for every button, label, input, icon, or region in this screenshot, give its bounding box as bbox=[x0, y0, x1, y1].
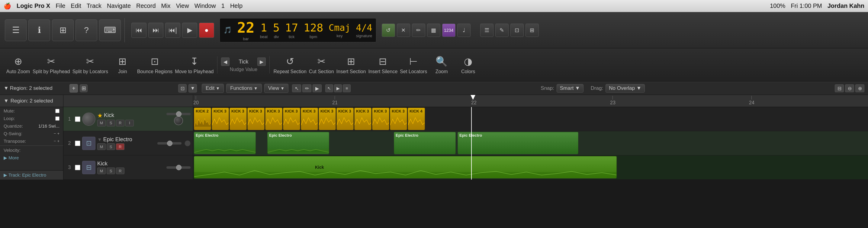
track-2-checkbox[interactable] bbox=[75, 141, 80, 146]
play-button[interactable]: ▶ bbox=[182, 23, 197, 38]
track-1-lane[interactable]: KICK 2 KICK 3 bbox=[193, 107, 868, 131]
track-options-button[interactable]: ▼ bbox=[188, 84, 197, 92]
loop-checkbox[interactable] bbox=[55, 116, 60, 121]
clip[interactable]: KICK 3 bbox=[354, 108, 371, 130]
track-2-fader[interactable] bbox=[157, 142, 182, 145]
clip[interactable]: Epic Electro bbox=[458, 132, 578, 154]
more-button[interactable]: ▶ More bbox=[0, 154, 63, 162]
menu-navigate[interactable]: Navigate bbox=[107, 2, 131, 9]
clip[interactable]: KICK 3 bbox=[390, 108, 407, 130]
bar-display[interactable]: 22 bar bbox=[237, 19, 255, 41]
smartcontrols-button[interactable]: ⊞ bbox=[52, 19, 74, 41]
list-view-button[interactable]: ☰ bbox=[480, 24, 494, 37]
track-3-mute-button[interactable]: M bbox=[97, 168, 106, 174]
browser-button[interactable]: ⊡ bbox=[510, 24, 524, 37]
counter-button[interactable]: 1234 bbox=[442, 24, 456, 37]
auto-zoom-button[interactable]: ⊕ Auto Zoom bbox=[6, 51, 30, 79]
menu-1[interactable]: 1 bbox=[221, 2, 225, 9]
move-playhead-button[interactable]: ↧ Move to Playhead bbox=[175, 51, 214, 79]
clip[interactable]: KICK 3 bbox=[265, 108, 282, 130]
drag-select[interactable]: No Overlap ▼ bbox=[606, 84, 645, 92]
library-button[interactable]: ☰ bbox=[5, 19, 27, 41]
clip[interactable]: KICK 3 bbox=[212, 108, 229, 130]
clip[interactable]: KICK 3 bbox=[247, 108, 265, 130]
menu-file[interactable]: File bbox=[56, 2, 65, 9]
track-1-knob[interactable] bbox=[82, 113, 95, 126]
goto-start-button[interactable]: ⏮| bbox=[165, 23, 180, 38]
midi-btn[interactable]: ▦ bbox=[427, 24, 440, 37]
clip[interactable]: Kick bbox=[194, 156, 617, 178]
app-name[interactable]: Logic Pro X bbox=[17, 2, 50, 9]
track-1-record-arm-button[interactable]: R bbox=[116, 120, 124, 126]
key-display[interactable]: Cmaj key bbox=[329, 22, 350, 38]
bpm-display[interactable]: 128 bpm bbox=[304, 22, 323, 39]
track-3-fader[interactable] bbox=[166, 166, 191, 169]
zoom-button[interactable]: 🔍 Zoom bbox=[430, 51, 454, 79]
track-footer[interactable]: ▶ Track: Epic Electro bbox=[0, 170, 63, 180]
menu-view[interactable]: View bbox=[176, 2, 189, 9]
menu-mix[interactable]: Mix bbox=[161, 2, 170, 9]
clip[interactable]: KICK 3 bbox=[301, 108, 318, 130]
clip[interactable]: KICK 2 bbox=[194, 108, 211, 130]
join-button[interactable]: ⊞ Join bbox=[111, 51, 135, 79]
mute-checkbox[interactable] bbox=[55, 109, 60, 113]
tool1-button[interactable]: ↖ bbox=[325, 84, 333, 92]
scissors-tool-button[interactable]: ▶ bbox=[313, 84, 322, 92]
configure-tracks-button[interactable]: ⊡ bbox=[178, 84, 187, 92]
clip[interactable]: KICK 3 bbox=[336, 108, 354, 130]
menu-edit[interactable]: Edit bbox=[71, 2, 81, 9]
clip[interactable]: KICK 3 bbox=[283, 108, 300, 130]
track-1-pan-knob[interactable] bbox=[174, 116, 183, 125]
signature-display[interactable]: 4/4 signature bbox=[356, 22, 372, 38]
add-folder-button[interactable]: ⊞ bbox=[80, 84, 88, 92]
track-1-input-button[interactable]: I bbox=[125, 120, 134, 126]
metronome-close[interactable]: ✕ bbox=[397, 24, 410, 37]
set-locators-button[interactable]: ⊢ Set Locators bbox=[400, 51, 427, 79]
tick-display[interactable]: 17 tick bbox=[285, 22, 298, 39]
snap-select[interactable]: Smart ▼ bbox=[557, 84, 584, 92]
edit-view-button[interactable]: ✎ bbox=[495, 24, 508, 37]
repeat-section-button[interactable]: ↺ Repeat Section bbox=[273, 51, 306, 79]
clip[interactable]: Epic Electro bbox=[267, 132, 329, 154]
apple-menu[interactable]: 🍎 bbox=[4, 2, 11, 10]
clip[interactable]: Epic Electro bbox=[394, 132, 456, 154]
cycle-button[interactable]: ↺ bbox=[382, 24, 395, 37]
qswing-plus[interactable]: + bbox=[57, 131, 60, 136]
clip[interactable]: KICK 3 bbox=[372, 108, 389, 130]
notation-button[interactable]: ♩ bbox=[457, 24, 470, 37]
clip[interactable]: KICK 4 bbox=[408, 108, 425, 130]
pointer-tool-button[interactable]: ↖ bbox=[292, 84, 301, 92]
track-3-solo-button[interactable]: S bbox=[106, 168, 115, 174]
add-track-button[interactable]: + bbox=[69, 84, 78, 92]
zoom-in-button[interactable]: ⊕ bbox=[855, 84, 864, 92]
div-display[interactable]: 5 div bbox=[273, 22, 280, 39]
clip[interactable]: Epic Electro bbox=[194, 132, 256, 154]
track-1-mute-button[interactable]: M bbox=[97, 120, 106, 126]
menu-track[interactable]: Track bbox=[87, 2, 101, 9]
split-playhead-button[interactable]: ✂ Split by Playhead bbox=[33, 51, 70, 79]
inspector-button[interactable]: ℹ bbox=[28, 19, 50, 41]
track-3-checkbox[interactable] bbox=[75, 165, 80, 170]
quantize-prop[interactable]: Quantize: 1/16 Swi... bbox=[0, 122, 63, 130]
insert-silence-button[interactable]: ⊟ Insert Silence bbox=[368, 51, 398, 79]
help-button[interactable]: ? bbox=[75, 19, 97, 41]
track-3-record-arm-button[interactable]: R bbox=[116, 168, 124, 174]
track-2-mute-button[interactable]: M bbox=[97, 143, 106, 150]
colors-button[interactable]: ◑ Colors bbox=[456, 51, 480, 79]
menu-record[interactable]: Record bbox=[136, 2, 156, 9]
clip[interactable]: KICK 3 bbox=[319, 108, 336, 130]
nudge-right-button[interactable]: ▶ bbox=[257, 57, 266, 66]
mixer-button[interactable]: ⊞ bbox=[526, 24, 539, 37]
track-1-checkbox[interactable] bbox=[75, 116, 80, 122]
beat-display[interactable]: 1 beat bbox=[260, 22, 268, 39]
track-2-record-arm-button[interactable]: R bbox=[116, 143, 124, 150]
transpose-minus[interactable]: − bbox=[54, 139, 56, 143]
tool3-button[interactable]: ≡ bbox=[343, 84, 351, 92]
nudge-left-button[interactable]: ◀ bbox=[221, 57, 229, 66]
pencil-tool-button[interactable]: ✏ bbox=[302, 84, 311, 92]
forward-button[interactable]: ⏭ bbox=[148, 23, 163, 38]
bounce-regions-button[interactable]: ⊡ Bounce Regions bbox=[137, 51, 173, 79]
rewind-button[interactable]: ⏮ bbox=[131, 23, 147, 38]
cut-section-button[interactable]: ✂ Cut Section bbox=[309, 51, 334, 79]
menu-window[interactable]: Window bbox=[194, 2, 216, 9]
